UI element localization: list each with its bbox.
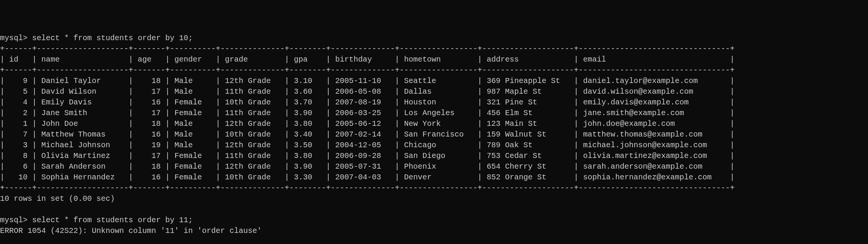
mysql-prompt: mysql> (0, 34, 28, 42)
query-text-2: select * from students order by 11; (32, 216, 193, 224)
result-summary: 10 rows in set (0.00 sec) (0, 194, 115, 203)
query-text-1: select * from students order by 10; (32, 34, 193, 42)
mysql-prompt-2: mysql> (0, 216, 28, 224)
table-header-row: | id | name | age | gender | grade | gpa… (0, 55, 734, 64)
prompt-line-2[interactable]: mysql> select * from students order by 1… (0, 216, 193, 224)
terminal-output: mysql> select * from students order by 1… (0, 33, 868, 236)
table-border-bottom: +------+--------------------+-------+---… (0, 184, 734, 192)
table-body: | 9 | Daniel Taylor | 18 | Male | 12th G… (0, 76, 868, 183)
prompt-line-1[interactable]: mysql> select * from students order by 1… (0, 34, 193, 42)
error-message: ERROR 1054 (42S22): Unknown column '11' … (0, 226, 262, 235)
table-border-top: +------+--------------------+-------+---… (0, 44, 734, 53)
table-border-mid: +------+--------------------+-------+---… (0, 66, 734, 75)
